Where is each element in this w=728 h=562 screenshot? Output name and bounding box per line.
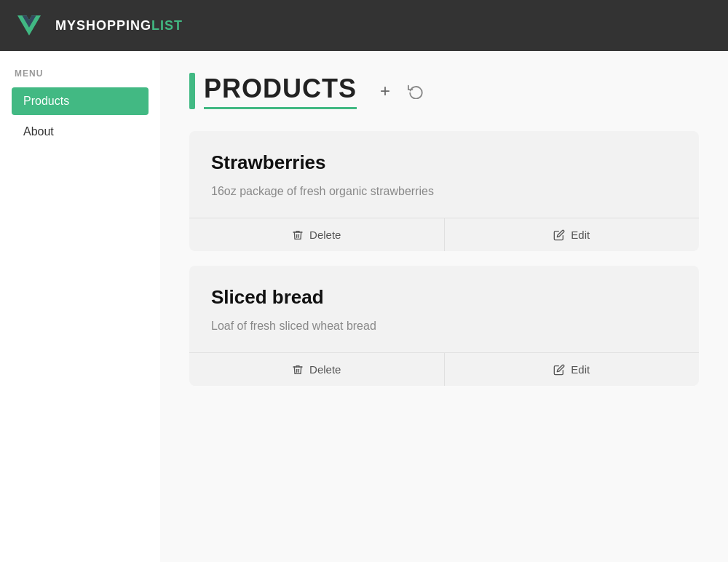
product-description: 16oz package of fresh organic strawberri… <box>211 183 677 200</box>
page-header: PRODUCTS + <box>189 73 699 109</box>
product-description: Loaf of fresh sliced wheat bread <box>211 317 677 335</box>
product-name: Sliced bread <box>211 286 677 309</box>
page-header-actions: + <box>377 78 427 104</box>
sidebar-item-products[interactable]: Products <box>12 87 149 115</box>
page-title-bar <box>189 73 195 109</box>
product-card-actions: Delete Edit <box>189 352 699 386</box>
product-card: Strawberries 16oz package of fresh organ… <box>189 131 699 251</box>
main-layout: MENU Products About PRODUCTS + <box>0 51 728 562</box>
product-name: Strawberries <box>211 151 677 174</box>
sidebar: MENU Products About <box>0 51 160 562</box>
edit-button[interactable]: Edit <box>444 353 700 386</box>
page-title: PRODUCTS <box>204 74 357 109</box>
edit-icon <box>553 364 565 376</box>
refresh-icon <box>408 83 424 99</box>
edit-button[interactable]: Edit <box>444 218 700 251</box>
page-title-wrapper: PRODUCTS <box>189 73 357 109</box>
product-card: Sliced bread Loaf of fresh sliced wheat … <box>189 266 699 386</box>
refresh-button[interactable] <box>405 80 427 102</box>
main-content: PRODUCTS + Strawberries 16oz package of … <box>160 51 728 562</box>
app-title: MYSHOPPINGLIST <box>55 18 183 33</box>
app-logo <box>15 11 44 40</box>
delete-button[interactable]: Delete <box>189 353 444 386</box>
sidebar-item-about[interactable]: About <box>12 118 149 146</box>
product-card-actions: Delete Edit <box>189 218 699 251</box>
product-card-body: Strawberries 16oz package of fresh organ… <box>189 131 699 218</box>
product-list: Strawberries 16oz package of fresh organ… <box>189 131 699 386</box>
product-card-body: Sliced bread Loaf of fresh sliced wheat … <box>189 266 699 352</box>
trash-icon <box>292 364 304 376</box>
add-product-button[interactable]: + <box>377 78 393 104</box>
trash-icon <box>292 229 304 241</box>
delete-button[interactable]: Delete <box>189 218 444 251</box>
edit-icon <box>553 229 565 241</box>
app-header: MYSHOPPINGLIST <box>0 0 728 51</box>
sidebar-menu-label: MENU <box>12 68 149 79</box>
